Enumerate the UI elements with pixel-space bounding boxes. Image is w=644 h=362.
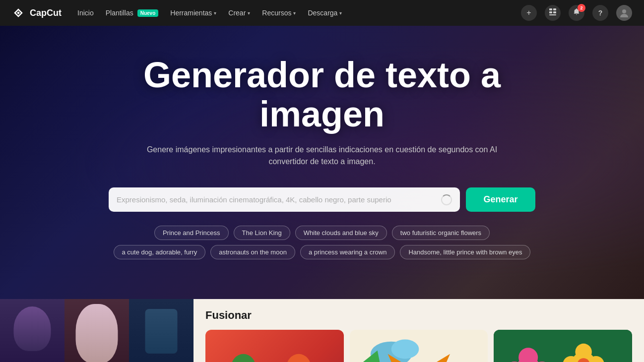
tag-2[interactable]: White clouds and blue sky: [295, 226, 387, 240]
search-input[interactable]: [117, 187, 436, 212]
tag-3[interactable]: two futuristic organic flowers: [392, 226, 490, 240]
svg-point-8: [231, 354, 256, 362]
nav-crear[interactable]: Crear ▾: [228, 9, 250, 17]
panel-anime-moda[interactable]: Anime de moda: [64, 299, 129, 362]
cards-row: KC: [205, 330, 632, 362]
svg-point-15: [391, 340, 419, 359]
panel-decoration-robot: [145, 309, 178, 354]
svg-rect-5: [549, 14, 556, 15]
card-kc[interactable]: KC: [205, 330, 344, 362]
suggestion-tags: Prince and Princess The Lion King White …: [109, 226, 535, 259]
nav-inicio[interactable]: Inicio: [77, 9, 94, 17]
card-tiger-inner: [350, 330, 488, 362]
nav-plantillas[interactable]: Plantillas Nuevo: [106, 9, 159, 17]
navbar: CapCut Inicio Plantillas Nuevo Herramien…: [0, 0, 644, 26]
hero-section: Generador de texto a imagen Genere imáge…: [0, 26, 644, 299]
generate-button[interactable]: Generar: [466, 187, 535, 212]
svg-point-11: [286, 354, 311, 362]
hero-title: Generador de texto a imagen: [99, 56, 545, 134]
nav-herramientas[interactable]: Herramientas ▾: [170, 9, 216, 17]
card-tiger-svg: [350, 330, 488, 362]
tag-5[interactable]: astronauts on the moon: [210, 245, 295, 259]
chevron-icon: ▾: [339, 10, 342, 16]
card-kc-inner: KC: [205, 330, 344, 362]
search-container: Generar: [109, 187, 535, 212]
search-input-wrapper: [109, 187, 460, 212]
panel-decoration-eye: [14, 306, 51, 351]
card-flowers-inner: [494, 330, 632, 362]
logo-text: CapCut: [30, 8, 62, 18]
notification-badge: 2: [578, 4, 585, 12]
tag-1[interactable]: The Lion King: [234, 226, 290, 240]
capcut-logo-icon: [12, 6, 26, 20]
chevron-icon: ▾: [248, 10, 250, 16]
nav-descarga[interactable]: Descarga ▾: [308, 9, 342, 17]
navbar-right: + 2 ?: [521, 5, 632, 21]
tag-0[interactable]: Prince and Princess: [154, 226, 229, 240]
hero-subtitle: Genere imágenes impresionantes a partir …: [133, 144, 511, 168]
panel-anime-pintura[interactable]: Anime de pintura al óleo: [129, 299, 193, 362]
svg-rect-4: [553, 11, 556, 13]
svg-rect-1: [549, 8, 552, 10]
svg-rect-2: [553, 8, 556, 10]
chevron-icon: ▾: [293, 10, 296, 16]
tag-4[interactable]: a cute dog, adorable, furry: [114, 245, 206, 259]
help-button[interactable]: ?: [592, 5, 608, 21]
add-button[interactable]: +: [521, 5, 537, 21]
loading-spinner: [441, 194, 452, 205]
panel-decoration-face: [76, 304, 118, 362]
tag-7[interactable]: Handsome, little prince with brown eyes: [400, 245, 530, 259]
card-kc-svg: KC: [205, 330, 344, 362]
card-tiger[interactable]: [350, 330, 488, 362]
plus-icon: +: [526, 8, 531, 17]
layout-button[interactable]: [545, 5, 561, 21]
svg-rect-25: [494, 330, 632, 362]
notifications-button[interactable]: 2: [569, 5, 584, 21]
logo[interactable]: CapCut: [12, 6, 62, 20]
card-flowers[interactable]: [494, 330, 632, 362]
card-flowers-svg: [494, 330, 632, 362]
sidebar-panels: Juego de computadora Anime de moda Anime…: [0, 299, 193, 362]
main-content: Fusionar KC: [193, 299, 644, 362]
bottom-section: Juego de computadora Anime de moda Anime…: [0, 299, 644, 362]
nuevo-badge: Nuevo: [137, 9, 159, 17]
svg-point-6: [622, 9, 626, 13]
hero-content: Generador de texto a imagen Genere imáge…: [99, 56, 545, 259]
avatar[interactable]: [616, 5, 632, 21]
tag-6[interactable]: a princess wearing a crown: [300, 245, 395, 259]
chevron-icon: ▾: [214, 10, 216, 16]
help-icon: ?: [598, 9, 603, 17]
svg-rect-3: [549, 11, 552, 13]
svg-point-35: [576, 344, 592, 360]
section-title: Fusionar: [205, 309, 632, 322]
nav-recursos[interactable]: Recursos ▾: [262, 9, 296, 17]
navbar-left: CapCut Inicio Plantillas Nuevo Herramien…: [12, 6, 342, 20]
panel-juego-computadora[interactable]: Juego de computadora: [0, 299, 64, 362]
nav-links: Inicio Plantillas Nuevo Herramientas ▾ C…: [77, 9, 342, 17]
layout-icon: [549, 8, 557, 18]
